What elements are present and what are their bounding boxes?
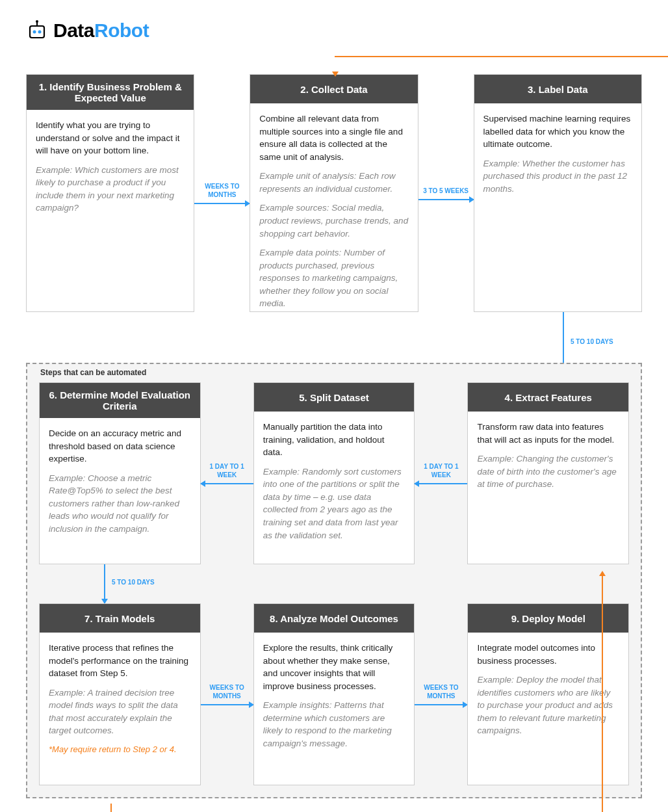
connector-1-2-label: WEEKS TO MONTHS bbox=[194, 182, 250, 199]
step-2-ex1: Example unit of analysis: Each row repre… bbox=[259, 170, 408, 195]
step-3-example: Example: Whether the customer has purcha… bbox=[483, 157, 632, 196]
row-2: 6. Determine Model Evaluation Criteria D… bbox=[39, 382, 629, 564]
workflow-diagram: 1. Identify Business Problem & Expected … bbox=[26, 74, 642, 798]
step-8-card: 8. Analyze Model Outcomes Explore the re… bbox=[253, 603, 415, 785]
connector-4-5: 1 DAY TO 1 WEEK bbox=[415, 382, 467, 564]
automation-box-label: Steps that can be automated bbox=[40, 368, 146, 377]
step-4-example: Example: Changing the customer's date of… bbox=[477, 452, 619, 491]
step-1-example: Example: Which customers are most likely… bbox=[36, 164, 185, 215]
connector-8-9-label: WEEKS TO MONTHS bbox=[415, 683, 467, 700]
brand-text: DataRobot bbox=[53, 20, 149, 42]
step-7-note: *May require return to Step 2 or 4. bbox=[49, 744, 191, 756]
step-5-body: Manually partition the data into trainin… bbox=[254, 412, 415, 564]
arrow-down-icon bbox=[332, 72, 339, 77]
step-7-card: 7. Train Models Iterative process that r… bbox=[39, 603, 201, 785]
step-2-body: Combine all relevant data from multiple … bbox=[250, 103, 417, 326]
connector-5-6: 1 DAY TO 1 WEEK bbox=[201, 382, 253, 564]
connector-5-6-label: 1 DAY TO 1 WEEK bbox=[201, 462, 253, 479]
step-1-desc: Identify what you are trying to understa… bbox=[36, 119, 185, 157]
row-1: 1. Identify Business Problem & Expected … bbox=[26, 74, 642, 312]
brand-text-robot: Robot bbox=[94, 20, 149, 41]
step-6-title: 6. Determine Model Evaluation Criteria bbox=[40, 383, 200, 418]
step-8-body: Explore the results, think critically ab… bbox=[254, 633, 415, 785]
step-7-body: Iterative process that refines the model… bbox=[40, 633, 200, 785]
arrow-left-icon bbox=[415, 483, 467, 484]
step-9-example: Example: Deploy the model that identifie… bbox=[477, 674, 619, 737]
feedback-path-bottom bbox=[110, 804, 668, 812]
step-6-body: Decide on an accuracy metric and thresho… bbox=[40, 418, 200, 564]
svg-rect-0 bbox=[30, 26, 44, 38]
step-4-body: Transform raw data into features that wi… bbox=[468, 412, 628, 564]
step-6-card: 6. Determine Model Evaluation Criteria D… bbox=[39, 382, 201, 564]
connector-7-8-label: WEEKS TO MONTHS bbox=[201, 683, 253, 700]
step-6-desc: Decide on an accuracy metric and thresho… bbox=[49, 427, 191, 465]
connector-3-4-label: 5 TO 10 DAYS bbox=[571, 338, 613, 345]
step-3-title: 3. Label Data bbox=[474, 75, 641, 103]
step-8-title: 8. Analyze Model Outcomes bbox=[254, 604, 415, 633]
step-2-ex2: Example sources: Social media, product r… bbox=[259, 202, 408, 240]
connector-2-3: 3 TO 5 WEEKS bbox=[418, 74, 474, 312]
arrow-right-icon bbox=[201, 704, 253, 705]
step-9-body: Integrate model outcomes into business p… bbox=[468, 633, 628, 785]
svg-point-2 bbox=[38, 31, 42, 34]
connector-2-3-label: 3 TO 5 WEEKS bbox=[420, 187, 471, 195]
step-8-example: Example insights: Patterns that determin… bbox=[263, 699, 405, 750]
step-4-title: 4. Extract Features bbox=[468, 383, 628, 412]
step-7-example: Example: A trained decision tree model f… bbox=[49, 687, 191, 737]
automation-box: Steps that can be automated 6. Determine… bbox=[26, 363, 642, 798]
step-9-desc: Integrate model outcomes into business p… bbox=[477, 642, 619, 667]
step-2-desc: Combine all relevant data from multiple … bbox=[259, 112, 408, 163]
connector-7-8: WEEKS TO MONTHS bbox=[201, 603, 253, 785]
step-2-card: 2. Collect Data Combine all relevant dat… bbox=[250, 74, 418, 312]
svg-point-1 bbox=[33, 31, 36, 34]
arrow-up-icon bbox=[599, 571, 606, 576]
arrow-down-icon bbox=[104, 564, 105, 603]
step-5-card: 5. Split Dataset Manually partition the … bbox=[253, 382, 415, 564]
brand-logo: DataRobot bbox=[26, 20, 642, 42]
step-3-card: 3. Label Data Supervised machine learnin… bbox=[474, 74, 642, 312]
robot-icon bbox=[26, 20, 48, 42]
step-7-title: 7. Train Models bbox=[40, 604, 200, 633]
brand-text-data: Data bbox=[53, 20, 94, 41]
connector-8-9: WEEKS TO MONTHS bbox=[415, 603, 467, 785]
svg-point-4 bbox=[36, 20, 38, 23]
step-1-body: Identify what you are trying to understa… bbox=[27, 110, 194, 311]
arrow-right-icon bbox=[418, 199, 474, 200]
step-2-ex3: Example data points: Number of products … bbox=[259, 246, 408, 310]
step-5-desc: Manually partition the data into trainin… bbox=[263, 421, 405, 459]
row-gap-2-3: 5 TO 10 DAYS bbox=[39, 564, 629, 603]
connector-6-7: 5 TO 10 DAYS bbox=[104, 564, 105, 603]
step-8-desc: Explore the results, think critically ab… bbox=[263, 642, 405, 692]
connector-1-2: WEEKS TO MONTHS bbox=[194, 74, 250, 312]
step-1-title: 1. Identify Business Problem & Expected … bbox=[27, 75, 194, 110]
step-5-example: Example: Randomly sort customers into on… bbox=[263, 465, 405, 542]
step-4-desc: Transform raw data into features that wi… bbox=[477, 421, 619, 446]
step-2-title: 2. Collect Data bbox=[250, 75, 417, 103]
connector-4-5-label: 1 DAY TO 1 WEEK bbox=[415, 462, 467, 479]
arrow-right-icon bbox=[415, 704, 467, 705]
step-5-title: 5. Split Dataset bbox=[254, 383, 415, 412]
step-9-card: 9. Deploy Model Integrate model outcomes… bbox=[467, 603, 629, 785]
connector-6-7-label: 5 TO 10 DAYS bbox=[112, 579, 155, 586]
arrow-right-icon bbox=[194, 203, 250, 204]
step-3-body: Supervised machine learning requires lab… bbox=[474, 103, 641, 311]
step-7-desc: Iterative process that refines the model… bbox=[49, 642, 191, 680]
step-4-card: 4. Extract Features Transform raw data i… bbox=[467, 382, 629, 564]
arrow-left-icon bbox=[201, 483, 253, 484]
row-3: 7. Train Models Iterative process that r… bbox=[39, 603, 629, 785]
step-3-desc: Supervised machine learning requires lab… bbox=[483, 112, 632, 151]
feedback-arrow-to-step-2 bbox=[335, 56, 668, 74]
step-6-example: Example: Choose a metric Rate@Top5% to s… bbox=[49, 472, 191, 536]
step-1-card: 1. Identify Business Problem & Expected … bbox=[26, 74, 194, 312]
step-9-title: 9. Deploy Model bbox=[468, 604, 628, 633]
